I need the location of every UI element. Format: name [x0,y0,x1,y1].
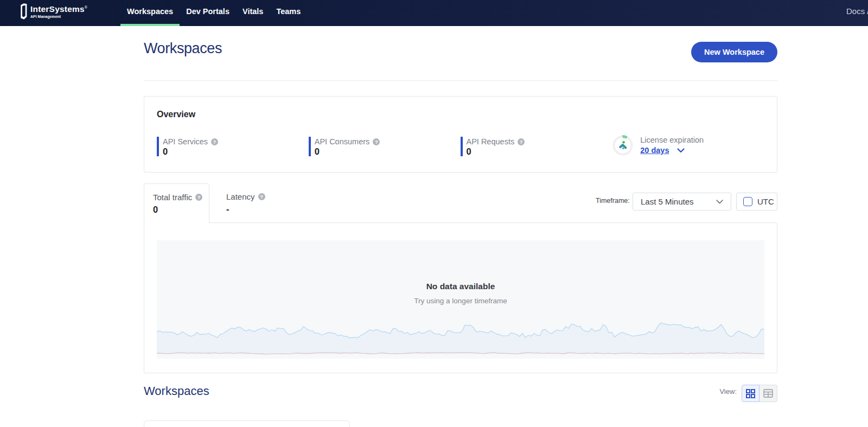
stat-label: API Services [163,138,208,145]
help-icon[interactable]: ? [373,138,380,145]
tab-latency[interactable]: Latency? - [226,192,265,214]
brand-name: InterSystems® [30,3,87,13]
stat-value: 0 [315,147,461,156]
overview-card: Overview API Services? 0 API Consumers? … [144,96,777,173]
tab-value: 0 [153,205,209,215]
stat-api-consumers: API Consumers? 0 [309,137,461,156]
utc-checkbox[interactable] [743,197,752,206]
main-nav: Workspaces Dev Portals Vitals Teams [120,0,307,26]
tab-value: - [226,204,265,214]
workspaces-section-title: Workspaces [144,384,209,398]
stat-value: 0 [163,147,309,156]
utc-toggle[interactable]: UTC [736,193,777,211]
timeframe-label: Timeframe: [596,197,630,205]
license-days-link[interactable]: 20 days [640,146,669,155]
nav-item-teams[interactable]: Teams [270,0,307,26]
tab-label: Latency [226,192,255,201]
grid-view-icon [746,389,755,398]
timeframe-select[interactable]: Last 5 Minutes [633,193,731,211]
overview-title: Overview [157,110,764,119]
traffic-chart-card: No data available Try using a longer tim… [144,222,777,373]
license-expiration: License expiration 20 days [612,135,764,156]
top-navbar: InterSystems® API Management Workspaces … [0,0,868,26]
utc-label: UTC [757,197,774,206]
no-data-subtitle: Try using a longer timeframe [157,297,764,305]
tab-total-traffic[interactable]: Total traffic? 0 [144,183,209,223]
view-label: View: [719,387,737,396]
intersystems-logo-icon [21,3,27,20]
placeholder-waveform [157,320,764,359]
chevron-down-icon[interactable] [677,148,685,153]
stat-value: 0 [467,147,612,156]
license-donut-icon [612,135,634,156]
chevron-down-icon [716,200,723,204]
brand-product: API Management [30,15,87,18]
license-label: License expiration [640,136,704,144]
stat-api-services: API Services? 0 [157,137,309,156]
chart-plot-area: No data available Try using a longer tim… [157,240,764,359]
stat-label: API Requests [467,138,515,145]
table-view-button[interactable] [760,385,777,402]
workspace-card[interactable] [144,420,350,427]
tab-label: Total traffic [153,193,192,202]
view-toggle [742,385,777,402]
help-icon[interactable]: ? [211,138,218,145]
help-icon[interactable]: ? [518,138,525,145]
no-data-title: No data available [157,282,764,291]
nav-item-vitals[interactable]: Vitals [236,0,270,26]
nav-item-dev-portals[interactable]: Dev Portals [180,0,236,26]
stat-label: API Consumers [315,138,370,145]
grid-view-button[interactable] [742,385,760,402]
trademark-symbol: ® [85,5,87,9]
table-view-icon [763,389,773,398]
docs-link[interactable]: Docs / [846,0,868,26]
page-title: Workspaces [144,40,222,57]
help-icon[interactable]: ? [258,193,265,200]
stat-api-requests: API Requests? 0 [461,137,612,156]
header-divider [144,80,777,81]
timeframe-value: Last 5 Minutes [641,197,694,206]
help-icon[interactable]: ? [195,194,202,201]
new-workspace-button[interactable]: New Workspace [691,42,777,62]
traffic-section: Total traffic? 0 Latency? - Timeframe: L… [144,183,777,373]
nav-item-workspaces[interactable]: Workspaces [120,0,180,26]
brand-logo[interactable]: InterSystems® API Management [21,4,87,20]
